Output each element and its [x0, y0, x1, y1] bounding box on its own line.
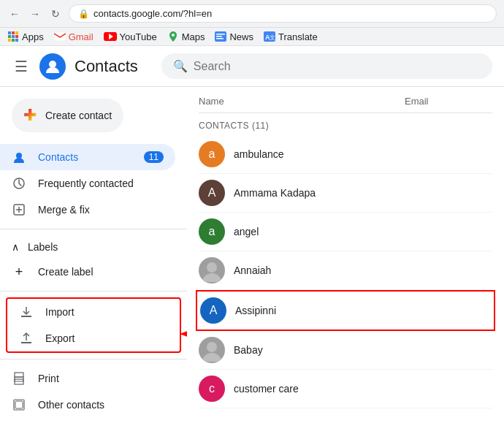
svg-point-11	[172, 34, 175, 37]
bookmarks-bar: Apps Gmail YouTube Maps News	[0, 28, 504, 46]
bookmark-gmail[interactable]: Gmail	[54, 31, 93, 42]
sidebar-item-import[interactable]: Import	[7, 299, 168, 325]
bookmark-translate[interactable]: A文 Translate	[264, 31, 318, 42]
youtube-icon	[104, 32, 117, 41]
sidebar-divider-3	[0, 359, 187, 359]
create-label-icon: +	[12, 264, 26, 279]
sidebar: ✚ Create contact Contacts 11 Frequently …	[0, 87, 187, 424]
search-bar[interactable]: 🔍	[161, 53, 492, 79]
avatar: A	[199, 180, 225, 206]
contacts-count: CONTACTS (11)	[199, 113, 492, 135]
browser-bar: ← → ↻ 🔒 contacts.google.com/?hl=en	[0, 0, 504, 28]
sidebar-contacts-label: Contacts	[38, 151, 78, 163]
contact-name: Ammama Kadapa	[234, 187, 492, 199]
contact-row[interactable]: A Ammama Kadapa	[199, 174, 492, 213]
collapse-icon: ∧	[12, 241, 19, 253]
contact-row[interactable]: c customer care	[199, 370, 492, 408]
svg-point-34	[207, 342, 217, 352]
contact-row[interactable]: A Assipinni	[196, 290, 495, 331]
sidebar-item-contacts[interactable]: Contacts 11	[0, 144, 175, 170]
contact-row[interactable]: a angel	[199, 213, 492, 251]
svg-rect-5	[15, 35, 18, 38]
youtube-label: YouTube	[120, 31, 157, 42]
app-logo	[39, 53, 66, 80]
avatar	[199, 337, 225, 363]
svg-text:文: 文	[270, 34, 275, 41]
bookmark-maps[interactable]: Maps	[167, 31, 205, 42]
sidebar-item-other[interactable]: Other contacts	[0, 392, 175, 418]
sidebar-item-frequently[interactable]: Frequently contacted	[0, 170, 175, 197]
news-icon	[215, 31, 226, 42]
svg-point-33	[207, 262, 217, 273]
avatar: c	[199, 376, 225, 402]
bookmark-news[interactable]: News	[215, 31, 253, 42]
svg-rect-14	[216, 36, 222, 37]
import-icon	[19, 305, 34, 319]
contacts-table-header: Name Email	[199, 87, 492, 113]
avatar: a	[199, 141, 225, 167]
svg-rect-4	[12, 35, 15, 38]
svg-rect-32	[15, 401, 23, 408]
avatar: A	[200, 297, 226, 324]
svg-rect-29	[15, 373, 23, 377]
app-title: Contacts	[75, 57, 138, 76]
svg-point-20	[16, 153, 22, 159]
svg-rect-3	[8, 35, 11, 38]
frequently-label: Frequently contacted	[38, 178, 134, 189]
create-label-text: Create label	[38, 266, 93, 278]
sidebar-divider-2	[0, 291, 187, 292]
other-label: Other contacts	[38, 399, 104, 411]
contact-name: angel	[234, 226, 492, 237]
svg-rect-6	[8, 39, 11, 42]
column-name: Name	[199, 96, 405, 107]
hamburger-menu[interactable]: ☰	[12, 55, 31, 78]
contacts-panel: Name Email CONTACTS (11) a ambulance A A…	[187, 87, 504, 424]
sidebar-item-merge[interactable]: Merge & fix	[0, 197, 175, 223]
contact-row[interactable]: a ambulance	[199, 135, 492, 174]
bookmark-apps[interactable]: Apps	[7, 31, 44, 42]
contacts-badge: 11	[144, 151, 164, 163]
print-label: Print	[38, 373, 59, 384]
search-input[interactable]	[194, 60, 481, 73]
svg-rect-2	[15, 31, 18, 34]
import-label: Import	[45, 306, 75, 318]
refresh-button[interactable]: ↻	[48, 7, 63, 21]
import-export-section: Import Export	[6, 297, 181, 353]
column-email: Email	[405, 96, 492, 107]
merge-icon	[12, 202, 26, 217]
back-button[interactable]: ←	[7, 7, 22, 21]
translate-label: Translate	[278, 31, 318, 42]
export-label: Export	[45, 332, 75, 344]
create-contact-button[interactable]: ✚ Create contact	[12, 99, 123, 132]
maps-icon	[167, 31, 179, 42]
sidebar-divider-1	[0, 229, 187, 229]
svg-rect-1	[12, 31, 15, 34]
contacts-icon	[12, 150, 26, 164]
contact-row[interactable]: Babay	[199, 331, 492, 370]
print-icon	[12, 371, 26, 386]
forward-button[interactable]: →	[28, 7, 42, 21]
contact-name: ambulance	[234, 148, 492, 160]
content-area: ✚ Create contact Contacts 11 Frequently …	[0, 87, 504, 424]
sidebar-item-export[interactable]: Export	[7, 325, 168, 351]
contact-row[interactable]: Annaiah	[199, 251, 492, 290]
export-icon	[19, 331, 34, 346]
url-bar[interactable]: 🔒 contacts.google.com/?hl=en	[69, 4, 497, 23]
bookmark-youtube[interactable]: YouTube	[104, 31, 157, 42]
sidebar-item-create-label[interactable]: + Create label	[0, 259, 175, 285]
avatar	[199, 257, 225, 283]
news-label: News	[229, 31, 253, 42]
app-header: ☰ Contacts 🔍	[0, 46, 504, 87]
labels-title: Labels	[28, 241, 58, 253]
svg-rect-0	[8, 31, 11, 34]
gmail-icon	[54, 31, 66, 42]
contact-name: Babay	[234, 344, 492, 356]
labels-section: ∧ Labels	[0, 235, 187, 259]
lock-icon: 🔒	[78, 9, 89, 19]
contact-name: customer care	[234, 383, 492, 395]
merge-label: Merge & fix	[38, 204, 90, 216]
frequently-icon	[12, 176, 26, 191]
maps-label: Maps	[182, 31, 205, 42]
contact-name: Annaiah	[234, 264, 492, 276]
sidebar-item-print[interactable]: Print	[0, 365, 175, 392]
